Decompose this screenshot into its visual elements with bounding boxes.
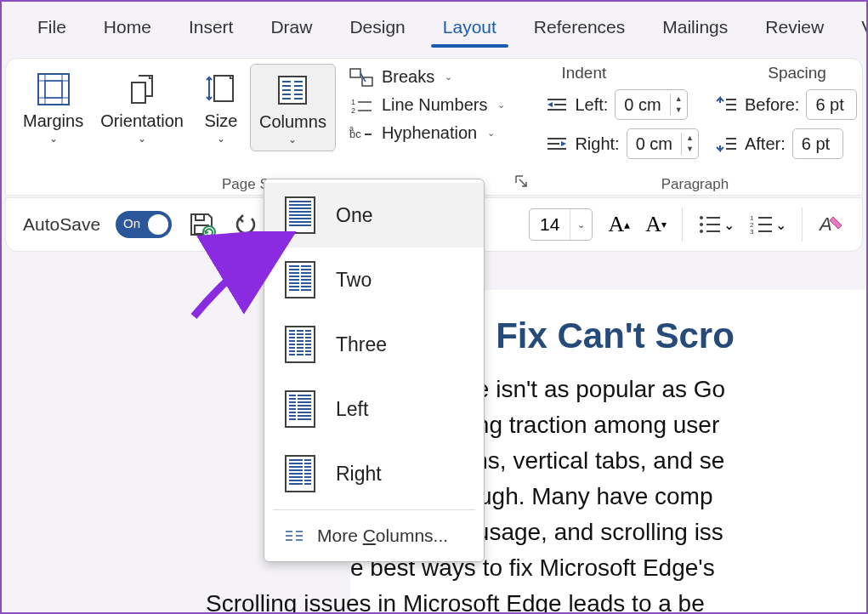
bullets-icon [698,213,723,236]
menu-insert[interactable]: Insert [170,10,252,44]
menu-review[interactable]: Review [746,10,842,44]
svg-rect-0 [38,74,69,105]
margins-button[interactable]: Margins ⌄ [14,64,92,150]
font-size-value: 14 [530,214,570,235]
indent-left-label: Left: [575,95,608,115]
numbering-button[interactable]: 123 ⌄ [750,213,786,236]
spin-down-icon[interactable]: ▼ [671,105,687,116]
columns-two-icon [285,261,315,298]
doc-line: Scrolling issues in Microsoft Edge leads… [206,586,866,612]
spacing-heading: Spacing [768,64,826,82]
save-button[interactable] [187,210,216,239]
breaks-icon [349,68,373,87]
indent-left-icon [546,96,568,113]
columns-left-icon [285,390,315,428]
autosave-label: AutoSave [23,214,100,235]
orientation-button[interactable]: Orientation ⌄ [92,64,192,150]
indent-left-input[interactable]: 0 cm ▲▼ [615,89,687,120]
page-setup-group-label: Page S [222,176,269,193]
hyphenation-icon: bca [349,124,373,143]
columns-dropdown: One Two Three Left Right More Columns... [264,179,485,562]
font-size-input[interactable]: 14 ⌄ [529,208,593,241]
menu-design[interactable]: Design [331,10,423,44]
columns-two-item[interactable]: Two [264,247,484,312]
chevron-down-icon[interactable]: ⌄ [570,209,592,240]
svg-text:A: A [818,213,832,235]
svg-text:1: 1 [351,98,355,106]
indent-right-label: Right: [575,134,619,154]
line-numbers-label: Line Numbers [382,95,488,115]
spacing-after-label: After: [745,134,786,154]
svg-point-43 [700,216,703,219]
spacing-after-input[interactable]: 6 pt [792,128,843,159]
menu-file[interactable]: File [19,10,85,44]
increase-font-button[interactable]: A▴ [608,212,630,237]
margins-label: Margins [23,111,83,131]
menu-home[interactable]: Home [85,10,170,44]
size-button[interactable]: Size ⌄ [192,64,250,150]
chevron-down-icon: ⌄ [487,128,495,139]
indent-right-value: 0 cm [627,134,681,154]
spacing-after-icon [716,135,738,152]
svg-point-44 [700,223,703,226]
autosave-toggle[interactable]: On [116,211,172,238]
columns-right-item[interactable]: Right [264,441,484,506]
columns-three-item[interactable]: Three [264,312,484,377]
more-columns-icon [285,529,304,543]
indent-right-icon [546,135,568,152]
spin-down-icon[interactable]: ▼ [682,144,698,155]
svg-rect-1 [45,81,62,98]
undo-button[interactable] [231,210,260,239]
paragraph-group-label: Paragraph [510,174,868,193]
columns-right-icon [285,455,315,492]
decrease-font-button[interactable]: A▾ [645,212,667,237]
margins-icon [33,69,74,110]
svg-rect-19 [350,69,360,77]
save-icon [187,210,216,239]
spacing-before-input[interactable]: 6 pt [806,89,857,120]
columns-right-label: Right [336,463,382,486]
breaks-button[interactable]: Breaks⌄ [349,67,506,87]
spacing-before-label: Before: [745,95,799,115]
autosave-state: On [123,216,140,230]
size-icon [201,69,241,110]
clear-formatting-button[interactable]: A [818,212,845,237]
clear-formatting-icon: A [818,212,845,237]
svg-text:3: 3 [750,228,754,236]
columns-button[interactable]: Columns ⌄ [250,64,336,151]
hyphenation-label: Hyphenation [382,123,477,143]
indent-heading: Indent [561,64,606,82]
spacing-after-value: 6 pt [793,134,838,154]
columns-three-icon [285,326,315,363]
menu-references[interactable]: References [515,10,644,44]
columns-one-item[interactable]: One [264,183,484,247]
indent-left-value: 0 cm [616,95,669,115]
group-page-setup-big: Margins ⌄ Orientation ⌄ Size ⌄ Columns ⌄ [6,59,344,195]
chevron-down-icon: ⌄ [497,99,505,111]
menu-mailings[interactable]: Mailings [644,10,746,44]
menu-view[interactable]: View [842,10,868,44]
spacing-before-value: 6 pt [807,95,852,115]
indent-right-input[interactable]: 0 cm ▲▼ [627,128,699,159]
columns-two-label: Two [336,269,372,292]
separator [682,208,683,242]
group-page-setup-small: Breaks⌄ 12 Line Numbers⌄ bca Hyphenation… [344,59,511,195]
chevron-down-icon: ⌄ [217,133,225,145]
bullets-button[interactable]: ⌄ [698,213,735,236]
menu-layout[interactable]: Layout [424,10,515,44]
group-paragraph: Indent Spacing Left: 0 cm ▲▼ Right: 0 c [510,59,868,195]
numbering-icon: 123 [750,213,775,236]
columns-icon [272,70,313,111]
spin-up-icon[interactable]: ▲ [671,94,687,105]
menu-draw[interactable]: Draw [252,10,331,44]
breaks-label: Breaks [382,67,434,87]
chevron-down-icon: ⌄ [723,217,735,233]
hyphenation-button[interactable]: bca Hyphenation⌄ [349,123,506,143]
separator [802,208,803,242]
undo-icon [231,210,260,239]
line-numbers-button[interactable]: 12 Line Numbers⌄ [349,95,506,115]
spin-up-icon[interactable]: ▲ [682,133,698,144]
columns-left-item[interactable]: Left [264,377,484,441]
size-label: Size [205,111,238,131]
more-columns-item[interactable]: More Columns... [264,514,484,558]
